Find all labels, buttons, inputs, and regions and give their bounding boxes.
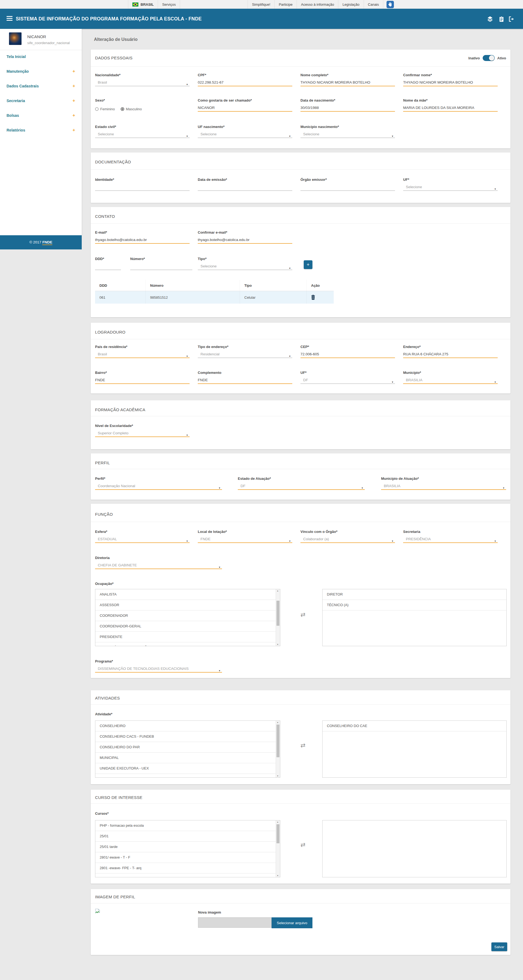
acesso-informacao-link[interactable]: Acesso à informação [297,0,338,9]
scrollbar[interactable] [276,589,280,646]
sexo-radio-masculino[interactable]: Masculino [121,107,142,111]
list-item[interactable]: 25/01 tarde [95,842,280,852]
data-nascimento-field[interactable]: Data de nascimento* 30/03/1988 [300,98,395,102]
uf-documento-select[interactable]: UF* Selecione [403,178,497,181]
atividade-available-list[interactable]: CONSELHEIRO CONSELHEIRO CACS - FUNDEB CO… [95,721,280,778]
cpf-field[interactable]: CPF* 022.298.521-67 [198,73,292,77]
numero-field[interactable]: Número* [130,257,192,261]
clipboard-icon[interactable] [499,16,504,22]
scrollbar[interactable] [276,821,280,877]
list-item[interactable]: PRESIDENTE [95,632,280,642]
ddd-field[interactable]: DDD* [95,257,121,261]
municipio-select[interactable]: Município* BRASILIA [403,371,497,375]
cep-field[interactable]: CEP* 72.006-605 [300,345,395,349]
list-item[interactable]: 25/01 [95,831,280,842]
vlibras-button[interactable] [383,0,395,9]
logout-icon[interactable] [508,16,514,22]
list-item[interactable]: SEM ATIVIDADE [95,774,280,778]
transfer-arrows-icon[interactable]: ⇄ [300,842,305,848]
vinculo-orgao-select[interactable]: Vínculo com o Órgão* Colaborador (a) [300,530,395,534]
list-item[interactable]: CONSELHEIRO [95,721,280,732]
uf-nascimento-select[interactable]: UF nascimento* Selecione [198,125,292,129]
participe-link[interactable]: Participe [274,0,297,9]
email-field[interactable]: E-mail* thyago.botelho@catolica.edu.br [95,231,190,234]
list-item[interactable]: PHP - formacao pela escola [95,821,280,831]
sexo-radio-feminino[interactable]: Feminino [95,107,115,111]
estado-atuacao-select[interactable]: Estado de Atuação* DF [238,477,365,480]
identidade-field[interactable]: Identidade* [95,178,190,181]
confirmar-email-field[interactable]: Confirmar e-mail* thyago.botelho@catolic… [198,231,292,234]
scrollbar-thumb[interactable] [276,824,279,843]
radio-checked-icon[interactable] [121,107,124,111]
nome-completo-field[interactable]: Nome completo* THYAGO NICANOR MOREIRA BO… [300,73,395,77]
brasil-gov-link[interactable]: BRASIL [128,0,158,9]
bairro-field[interactable]: Bairro* FNDE [95,371,190,375]
estado-civil-select[interactable]: Estado civil* Selecione [95,125,190,129]
trash-icon[interactable] [311,295,315,300]
list-item[interactable]: TÉCNICO (A) [322,600,506,611]
list-item[interactable]: DIRETOR [322,589,506,600]
diretoria-select[interactable]: Diretoria CHEFIA DE GABINETE [95,556,222,560]
nacionalidade-select[interactable]: Nacionalidade* Brasil [95,73,190,77]
sidebar-item-tela-inicial[interactable]: Tela Inicial [0,49,82,64]
sidebar-item-bolsas[interactable]: Bolsas+ [0,108,82,123]
fnde-link[interactable]: FNDE [42,240,52,245]
list-item[interactable]: MUNICIPAL [95,752,280,763]
list-item[interactable]: UNIDADE EXECUTORA - UEX [95,763,280,774]
list-item[interactable]: CONSELHEIRO DO PAR [95,742,280,752]
municipio-atuacao-select[interactable]: Município de Atuação* BRASILIA [381,477,506,480]
add-telefone-button[interactable]: + [304,260,313,269]
data-emissao-field[interactable]: Data de emissão* [198,178,292,181]
local-lotacao-select[interactable]: Local de lotação* FNDE [198,530,292,534]
scrollbar[interactable] [276,721,280,777]
file-name-field[interactable] [198,917,271,928]
transfer-arrows-icon[interactable]: ⇄ [300,742,305,749]
scrollbar-thumb[interactable] [276,601,279,626]
confirmar-nome-field[interactable]: Confirmar nome* THYAGO NICANOR MOREIRA B… [403,73,497,77]
ocupacao-available-list[interactable]: ANALISTA ASSESSOR COORDENADOR COORDENADO… [95,589,280,646]
layers-icon[interactable] [487,16,493,22]
legislacao-link[interactable]: Legislação [338,0,364,9]
canais-link[interactable]: Canais [364,0,383,9]
uf-select[interactable]: UF* DF [300,371,395,375]
list-item[interactable]: CONSELHEIRO CACS - FUNDEB [95,732,280,742]
ocupacao-selected-list[interactable]: DIRETOR TÉCNICO (A) [322,589,507,646]
list-item[interactable]: 2801 -ewave- FPE - T- arq [95,863,280,873]
esfera-select[interactable]: Esfera* ESTADUAL [95,530,190,534]
list-item[interactable]: 2801- ewave- FPE - T- A [95,873,280,877]
sidebar-item-manutencao[interactable]: Manutenção+ [0,64,82,79]
sidebar-item-secretaria[interactable]: Secretaria+ [0,94,82,108]
selecionar-arquivo-button[interactable]: Selecionar arquivo [271,917,313,928]
secretaria-select[interactable]: Secretaria PRESIDÊNCIA [403,530,497,534]
atividade-selected-list[interactable]: CONSELHEIRO DO CAE [322,721,507,778]
municipio-nascimento-select[interactable]: Município nascimento* Selecione [300,125,395,129]
list-item[interactable]: SECRETÁRIO DE EDUCAÇÃO [95,642,280,646]
sidebar-item-dados-cadastrais[interactable]: Dados Cadastrais+ [0,79,82,94]
nivel-escolaridade-select[interactable]: Nível de Escolaridade* Superior Completo [95,424,190,428]
programa-select[interactable]: Programa* DISSEMINAÇÃO DE TECNOLOGIAS ED… [95,659,222,663]
servicos-link[interactable]: Serviços [158,0,180,9]
salvar-button[interactable]: Salvar [491,942,507,951]
list-item[interactable]: ANALISTA [95,589,280,600]
scrollbar-thumb[interactable] [276,725,279,757]
sidebar-item-relatorios[interactable]: Relatórios+ [0,123,82,137]
user-avatar[interactable] [9,32,22,45]
nome-mae-field[interactable]: Nome da mãe* MARIA DE LOURDES DA SILVA M… [403,98,497,102]
transfer-arrows-icon[interactable]: ⇄ [300,611,305,618]
cursos-selected-list[interactable] [322,820,507,877]
perfil-select[interactable]: Perfil* Coordenação Nacional [95,477,222,480]
list-item[interactable]: 2801/ ewave - T - F [95,852,280,863]
hamburger-menu-icon[interactable] [6,16,13,21]
pais-residencia-select[interactable]: País de residência* Brasil [95,345,190,349]
list-item[interactable]: COORDENADOR-GERAL [95,621,280,632]
simplifique-link[interactable]: Simplifique! [248,0,274,9]
cursos-available-list[interactable]: PHP - formacao pela escola 25/01 25/01 t… [95,820,280,877]
orgao-emissor-field[interactable]: Órgão emissor* [300,178,395,181]
list-item[interactable]: CONSELHEIRO DO CAE [322,721,506,732]
tipo-telefone-select[interactable]: Tipo* Selecione [198,257,292,261]
list-item[interactable]: ASSESSOR [95,600,280,611]
radio-icon[interactable] [95,107,99,111]
ativo-toggle[interactable] [483,55,495,61]
endereco-field[interactable]: Endereço* RUA RUA 6 CHÁCARA 275 [403,345,497,349]
complemento-field[interactable]: Complemento FNDE [198,371,292,375]
